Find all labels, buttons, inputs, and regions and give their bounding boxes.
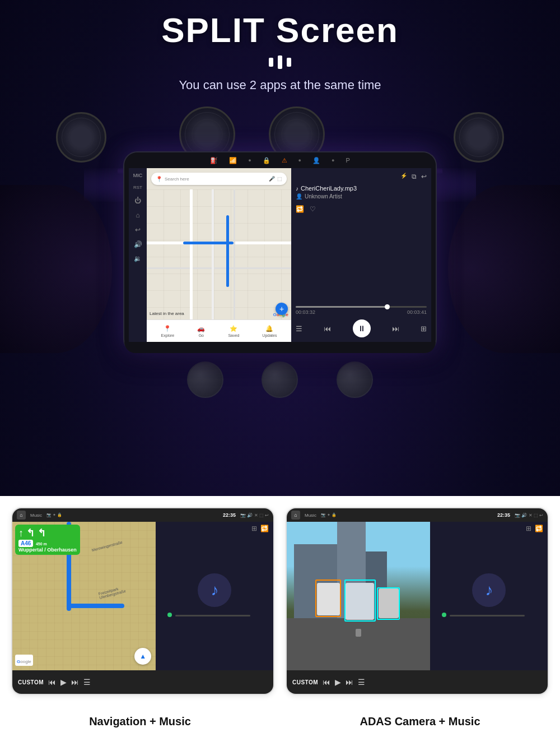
mini-progress-row-r (442, 613, 536, 619)
bottom-section: ⌂ Music 📷 ✦ 🔒 22:35 📷 🔊 ✕ ⬚ ↩ (0, 496, 560, 737)
car-1 (317, 583, 340, 615)
ctrl-list-left[interactable]: ☰ (83, 678, 91, 687)
ctrl-play-left[interactable]: ▶ (60, 678, 67, 687)
music-progress-thumb (385, 304, 390, 309)
knob-center[interactable] (262, 361, 298, 398)
headunit-screen: MIC RST ⏻ ⌂ ↩ 🔊 🔉 📍 Search here 🎤 ⬚ (129, 168, 431, 342)
side-panel-right (448, 185, 560, 353)
sidebar-back[interactable]: ↩ (135, 226, 141, 234)
map-go[interactable]: 🚗 Go (197, 325, 205, 337)
map-road-v3 (212, 189, 214, 319)
status-dot1: ● (248, 157, 251, 163)
mini-progress-bar-r[interactable] (450, 615, 525, 617)
status-icon-fuel: ⛽ (210, 157, 218, 164)
nav-road-badge: A46 450 m (18, 540, 77, 546)
map-saved[interactable]: ⭐ Saved (228, 325, 239, 337)
heart-icon[interactable]: ♡ (310, 205, 316, 213)
card-left-right-icons: 📷 🔊 ✕ ⬚ ↩ (240, 513, 269, 518)
car-3 (379, 588, 399, 618)
next-icon[interactable]: ⏭ (392, 325, 399, 333)
map-road-v2 (234, 189, 235, 319)
ctrl-prev-right[interactable]: ⏮ (323, 678, 330, 687)
music-progress-bar[interactable] (296, 306, 427, 308)
card-left-app-label: Music (30, 513, 42, 518)
ctrl-next-right[interactable]: ⏭ (346, 678, 353, 687)
nav-turn-box: ↑ ↰ ↰ A46 450 m Wuppertal / Oberhausen (15, 525, 80, 555)
sidebar-rst[interactable]: RST (133, 185, 142, 190)
music-album-art: ♪ (198, 573, 231, 607)
progress-dot-r (442, 613, 446, 617)
copy-icon[interactable]: ⧉ (412, 173, 417, 180)
status-dot3: ● (332, 157, 334, 163)
music-top-icons: ⚡ ⧉ ↩ (296, 173, 427, 180)
sidebar-home[interactable]: ⌂ (136, 211, 139, 219)
map-bg (147, 189, 291, 319)
ctrl-prev-left[interactable]: ⏮ (48, 678, 56, 687)
knob-right[interactable] (337, 361, 373, 398)
sidebar-power[interactable]: ⏻ (134, 197, 141, 205)
playlist-icon[interactable]: ☰ (296, 325, 302, 333)
card-right-home-icon[interactable]: ⌂ (291, 511, 300, 520)
card-left-time: 22:35 (223, 512, 236, 518)
card-nav-music: ⌂ Music 📷 ✦ 🔒 22:35 📷 🔊 ✕ ⬚ ↩ (11, 507, 274, 695)
map-updates[interactable]: 🔔 Updates (262, 325, 277, 337)
map-layers-icon[interactable]: ⬚ (277, 176, 282, 182)
headunit: ⛽ 📶 ● 🔒 ⚠ ● 👤 ● P MIC RST ⏻ ⌂ ↩ 🔊 🔉 📍 Se… (123, 151, 437, 353)
pause-button[interactable]: ⏸ (353, 319, 371, 337)
music-panel: ⚡ ⧉ ↩ ♪ CheriCheriLady.mp3 👤 Unknown Art… (291, 168, 431, 342)
map-road-v1 (190, 189, 193, 319)
camera-road (287, 618, 430, 670)
screen-sidebar: MIC RST ⏻ ⌂ ↩ 🔊 🔉 (129, 168, 147, 342)
nav-map-panel: Merowingerstraße FreizeitparkUlenbergstr… (12, 522, 156, 670)
shuffle-icon-r[interactable]: 🔁 (535, 525, 543, 532)
card-left-statusbar: ⌂ Music 📷 ✦ 🔒 22:35 📷 🔊 ✕ ⬚ ↩ (12, 508, 273, 522)
car-2 (346, 583, 374, 620)
ctrl-next-left[interactable]: ⏭ (71, 678, 79, 687)
equalizer-icon[interactable]: ⊞ (421, 325, 427, 333)
card-left-music: ⊞ 🔁 ♪ (156, 522, 273, 670)
card-left-home-icon[interactable]: ⌂ (17, 511, 26, 520)
custom-button-left[interactable]: CUSTOM (18, 679, 44, 685)
shuffle-icon[interactable]: 🔁 (260, 525, 269, 532)
map-search-text: Search here (165, 177, 189, 182)
vent-right (454, 112, 504, 163)
menu-dots-icon[interactable]: ⊞ (251, 525, 257, 532)
bottom-cards-row: ⌂ Music 📷 ✦ 🔒 22:35 📷 🔊 ✕ ⬚ ↩ (0, 496, 560, 706)
map-explore[interactable]: 📍 Explore (161, 325, 175, 337)
sidebar-mic[interactable]: MIC (133, 173, 143, 178)
status-icon-lock: 🔒 (263, 157, 270, 164)
map-search-bar[interactable]: 📍 Search here 🎤 ⬚ (151, 173, 287, 185)
ctrl-play-right[interactable]: ▶ (335, 678, 341, 687)
nav-road-number: A46 (18, 540, 33, 547)
card-right-controls: CUSTOM ⏮ ▶ ⏭ ☰ (287, 670, 548, 694)
custom-button-right[interactable]: CUSTOM (292, 679, 318, 685)
nav-arrow: ↑ ↰ ↰ (18, 527, 77, 539)
status-dot2: ● (298, 157, 301, 163)
card-adas-music: ⌂ Music 📷 ✦ 🔒 22:35 📷 🔊 ✕ ⬚ ↩ (286, 507, 549, 695)
sidebar-vol-up[interactable]: 🔊 (134, 240, 142, 248)
nav-route-h (67, 604, 124, 608)
card-right-status-icons: 📷 ✦ 🔒 (321, 513, 337, 517)
ctrl-list-right[interactable]: ☰ (358, 678, 365, 687)
knob-left[interactable] (187, 361, 223, 398)
menu-dots-icon-r[interactable]: ⊞ (526, 525, 531, 532)
back-icon[interactable]: ↩ (421, 173, 427, 180)
label-nav-music: Navigation + Music (0, 706, 280, 737)
map-bottom-bar: 📍 Explore 🚗 Go ⭐ Saved 🔔 Updates (147, 319, 291, 342)
card-left-split: Merowingerstraße FreizeitparkUlenbergstr… (12, 522, 273, 670)
sidebar-vol-down[interactable]: 🔉 (134, 255, 142, 262)
adas-camera-panel (287, 522, 430, 670)
card-left-controls: CUSTOM ⏮ ▶ ⏭ ☰ (12, 670, 273, 694)
map-mic-icon[interactable]: 🎤 (269, 176, 275, 182)
mini-progress-row (167, 613, 262, 619)
music-album-art-r: ♪ (472, 573, 506, 607)
prev-icon[interactable]: ⏮ (324, 325, 331, 333)
usb-icon: ⚡ (400, 173, 407, 180)
mini-progress-bar[interactable] (175, 615, 250, 617)
card-right-right-icons: 📷 🔊 ✕ ⬚ ↩ (515, 513, 543, 518)
card-right-music-icons: ⊞ 🔁 (526, 525, 543, 532)
music-song-title: ♪ CheriCheriLady.mp3 (296, 185, 427, 192)
card-right-music: ⊞ 🔁 ♪ (430, 522, 548, 670)
repeat-icon[interactable]: 🔁 (296, 205, 304, 213)
map-fab-button[interactable]: + (276, 303, 288, 315)
